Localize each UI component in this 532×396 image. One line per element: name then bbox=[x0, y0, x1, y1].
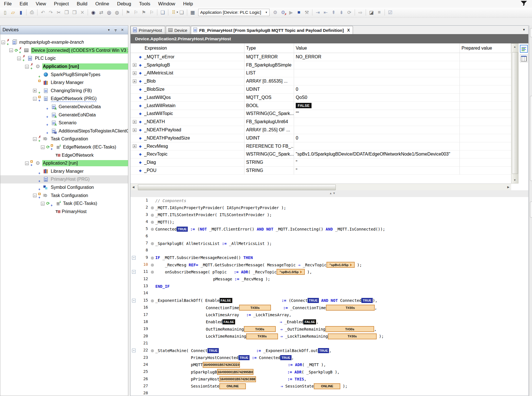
column-header-expression[interactable]: Expression bbox=[131, 43, 244, 53]
tree-item-application2-run[interactable]: -+⚙Application2 [run] bbox=[0, 159, 128, 167]
code-line-content[interactable]: PrimaryHostConnectedTRUE := ConnectedTRU… bbox=[155, 355, 294, 361]
code-line-content[interactable]: _MQTT.ITLSContextProvider( ITLSContextPr… bbox=[155, 212, 272, 218]
code-line-content[interactable]: _MQTT(); bbox=[155, 219, 174, 225]
step-out-icon[interactable]: ⇞ bbox=[330, 9, 337, 16]
breakpoint-slot-icon[interactable] bbox=[151, 349, 154, 352]
prepared-value-cell[interactable] bbox=[460, 102, 511, 110]
code-line-content[interactable]: ConnectionTimeT#30s:= _ConnectionTimeT#3… bbox=[155, 305, 377, 311]
menu-item-file[interactable]: File bbox=[0, 1, 16, 7]
export-icon[interactable]: ❏ bbox=[178, 9, 185, 16]
code-line-content[interactable]: LockTimesArray := _LockTimesArray, bbox=[155, 312, 291, 318]
tree-item-application-run[interactable]: -✗+⚙Application [run] bbox=[0, 63, 128, 71]
menu-item-edit[interactable]: Edit bbox=[16, 1, 32, 7]
column-header-prepared-value[interactable]: Prepared value bbox=[460, 43, 511, 53]
row-expander-icon[interactable]: + bbox=[133, 144, 136, 148]
tree-item-changingstring-fb[interactable]: ++ChangingString (FB) bbox=[0, 87, 128, 95]
code-line-content[interactable]: onSubscribeMessage( pTopic := ADR( _Recv… bbox=[155, 269, 312, 275]
watch-table-vscrollbar[interactable]: ▲ ▼ bbox=[511, 43, 518, 183]
menu-item-tools[interactable]: Tools bbox=[135, 1, 154, 7]
menu-item-project[interactable]: Project bbox=[50, 1, 73, 7]
column-header-value[interactable]: Value bbox=[294, 43, 460, 53]
menu-item-debug[interactable]: Debug bbox=[113, 1, 135, 7]
tree-item-scenario[interactable]: +Scenario bbox=[0, 119, 128, 127]
tree-item-task-iec-tasks[interactable]: -⟳+≣Task (IEC-Tasks) bbox=[0, 200, 128, 208]
row-expander-icon[interactable]: + bbox=[133, 63, 136, 67]
bookmark-prev-icon[interactable]: ⚐ bbox=[132, 9, 140, 16]
scroll-right-icon[interactable]: ▶ bbox=[507, 185, 509, 189]
find-replace-icon[interactable]: ⇄ bbox=[98, 9, 105, 16]
prepared-value-cell[interactable] bbox=[460, 94, 511, 101]
tree-item-sparkplugbsimpletypes[interactable]: +SparkPlugBSimpleTypes bbox=[0, 70, 128, 79]
code-line-content[interactable]: pMessage := _RecvMesg ); bbox=[155, 276, 270, 282]
prepared-value-cell[interactable] bbox=[460, 151, 511, 158]
watch-row-_lastwillqos[interactable]: ◆_LastWillQosMQTT_QOSQoS0 bbox=[131, 94, 511, 102]
breakpoint-slot-icon[interactable] bbox=[151, 256, 154, 260]
prepared-value-cell[interactable] bbox=[460, 77, 511, 85]
tree-expander-icon[interactable]: - bbox=[41, 202, 45, 205]
code-line-content[interactable]: _StateMachine( ConnectTRUE:= _Exponentia… bbox=[155, 348, 332, 354]
tree-item-edgeofnetwork[interactable]: TEdgeOfNetwork bbox=[0, 151, 128, 159]
prepared-value-cell[interactable] bbox=[460, 167, 511, 174]
watch-row-_ndeathpayload[interactable]: +◆_NDEATHPayloadARRAY [0..255] OF ... bbox=[131, 126, 511, 134]
scroll-down-icon[interactable]: ▼ bbox=[511, 179, 518, 182]
undo-icon[interactable]: ↶ bbox=[39, 9, 47, 16]
tree-item-device-connected-codesys-control-win-v3-x64[interactable]: -⟳✗+Device [connected] (CODESYS Control … bbox=[0, 47, 128, 55]
tree-expander-icon[interactable]: - bbox=[25, 65, 29, 68]
tree-expander-icon[interactable]: + bbox=[33, 89, 37, 92]
breakpoint-slot-icon[interactable] bbox=[151, 228, 154, 231]
watch-row-_diag[interactable]: ◆_DiagSTRING" bbox=[131, 158, 511, 167]
prepared-value-cell[interactable] bbox=[460, 53, 511, 61]
code-line-content[interactable]: _MQTT.IASyncPropertyProvider( IASyncProp… bbox=[155, 205, 286, 211]
breakpoint-slot-icon[interactable] bbox=[151, 242, 154, 245]
panel-close-icon[interactable]: ✕ bbox=[119, 27, 126, 33]
prepared-value-cell[interactable] bbox=[460, 69, 511, 77]
breakpoint-slot-icon[interactable] bbox=[151, 299, 154, 302]
reset-icon[interactable]: ⟳ bbox=[346, 9, 353, 16]
tree-item-edgeofnetwork-prg[interactable]: -+EdgeOfNetwork (PRG) bbox=[0, 95, 128, 103]
watch-row-_ndeath[interactable]: +◆_NDEATHFB_SparkplugUInt64 bbox=[131, 118, 511, 126]
flow-control-icon[interactable]: ⇨ bbox=[357, 9, 364, 16]
combo-dropdown-icon[interactable]: ▼ bbox=[265, 11, 268, 14]
scaffold-icon[interactable]: ⠿▼ bbox=[170, 9, 177, 16]
tree-expander-icon[interactable]: - bbox=[25, 162, 29, 165]
code-line-content[interactable]: _ExponentialBackOff( EnableFALSE:= (Conn… bbox=[155, 297, 378, 304]
scroll-left-icon[interactable]: ◀ bbox=[132, 185, 134, 189]
tree-item-library-manager[interactable]: +Library Manager bbox=[0, 167, 128, 176]
code-line-content[interactable]: END_IF bbox=[155, 283, 170, 289]
redo-icon[interactable]: ↷ bbox=[47, 9, 54, 16]
bookmark-toggle-icon[interactable]: ⚑ bbox=[124, 9, 132, 16]
watch-row-_ndeathpayloadsize[interactable]: ◆_NDEATHPayloadSizeUDINT0 bbox=[131, 134, 511, 142]
tree-item-primaryhost[interactable]: TPrimaryHost bbox=[0, 208, 128, 216]
tab-device[interactable]: Device bbox=[166, 26, 191, 34]
code-line-content[interactable]: LockTimeRemainingT#30s⇒ _LockTimeRemaini… bbox=[155, 333, 384, 339]
menu-item-build[interactable]: Build bbox=[73, 1, 91, 7]
code-line-content[interactable]: pSparkplugB16#000001B5742995B0:= ADR( _S… bbox=[155, 369, 340, 375]
hscroll-thumb[interactable] bbox=[138, 184, 336, 190]
watch-row-_pou[interactable]: ◆_POUSTRING" bbox=[131, 167, 511, 175]
watch-table-hscrollbar[interactable]: ◀ ▶ bbox=[131, 183, 511, 191]
tree-item-task-configuration[interactable]: -✗+⚙Task Configuration bbox=[0, 135, 128, 143]
open-file-icon[interactable]: ▱ bbox=[9, 9, 17, 16]
callstack-icon[interactable]: ≡ bbox=[376, 9, 383, 16]
save-icon[interactable]: ▮ bbox=[17, 9, 25, 16]
tab-primaryhost[interactable]: PrimaryHost bbox=[131, 26, 165, 34]
prepared-value-cell[interactable] bbox=[460, 118, 511, 126]
active-application-selector[interactable]: Application [Device: PLC Logic]▼ bbox=[198, 9, 270, 16]
breakpoint-slot-icon[interactable] bbox=[151, 206, 154, 209]
print-icon[interactable]: ⎙ bbox=[28, 9, 36, 16]
find-in-files-icon[interactable]: ◎ bbox=[105, 9, 113, 16]
bookmark-clear-icon[interactable]: ⚐ bbox=[148, 9, 155, 16]
code-line-content[interactable]: _SparkplugB( AllmetricsList := _AllMetri… bbox=[155, 240, 272, 247]
tree-expander-icon[interactable]: - bbox=[9, 48, 13, 52]
prepared-value-cell[interactable] bbox=[460, 158, 511, 166]
tree-expander-icon[interactable]: - bbox=[33, 194, 37, 197]
watch-row-_allmetricslist[interactable]: +◆_AllMetricsListLIST bbox=[131, 69, 511, 78]
watch-row-_blob[interactable]: +◆_BlobARRAY [0..65535] ... bbox=[131, 77, 511, 85]
bookmark-next-icon[interactable]: ⚑ bbox=[140, 9, 147, 16]
splitter-grip-icon[interactable]: ▲▼ bbox=[329, 192, 336, 195]
row-expander-icon[interactable]: + bbox=[133, 128, 136, 132]
code-line-content[interactable]: OutTimeRemainingT#30s⇒ _OutTimeRemaining… bbox=[155, 326, 376, 332]
tree-item-generateeondata[interactable]: +GenerateEoNData bbox=[0, 111, 128, 119]
vscroll-thumb[interactable] bbox=[512, 52, 518, 174]
tree-expander-icon[interactable]: - bbox=[41, 145, 45, 149]
